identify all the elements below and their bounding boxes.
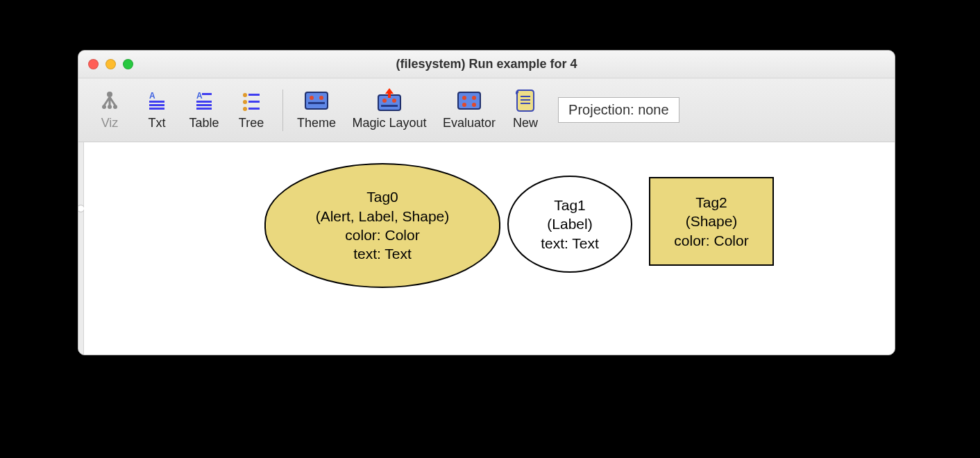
node-tag2[interactable]: Tag2 (Shape) color: Color [649,177,774,266]
svg-rect-33 [521,96,530,97]
projection-label: Projection: none [568,102,669,117]
svg-rect-19 [305,92,328,109]
tree-label: Tree [239,116,264,130]
svg-point-15 [243,107,247,111]
txt-label: Txt [149,116,166,130]
node-tag0-sub: (Alert, Label, Shape) [316,207,450,226]
magic-layout-label: Magic Layout [353,116,427,130]
toolbar-separator [282,90,283,131]
node-tag1-name: Tag1 [554,196,586,214]
svg-point-0 [107,92,112,97]
svg-rect-16 [248,94,260,96]
node-tag1[interactable]: Tag1 (Label) text: Text [507,176,632,273]
txt-button[interactable]: A Txt [135,82,178,139]
svg-rect-35 [521,103,530,104]
theme-label: Theme [297,116,336,130]
titlebar: (filesystem) Run example for 4 [78,51,895,78]
theme-button[interactable]: Theme [293,82,340,139]
tree-button[interactable]: Tree [230,82,273,139]
svg-point-24 [382,99,387,103]
table-button[interactable]: A Table [183,82,226,139]
node-tag1-line3: text: Text [541,234,599,253]
svg-point-2 [108,105,112,109]
svg-point-1 [102,105,106,109]
svg-point-32 [472,103,476,107]
projection-dropdown[interactable]: Projection: none [558,97,679,123]
svg-rect-22 [308,102,325,104]
svg-rect-5 [149,101,164,103]
svg-text:A: A [149,91,155,101]
new-icon [512,88,539,113]
svg-rect-34 [521,99,530,101]
canvas-area: Tag0 (Alert, Label, Shape) color: Color … [78,142,895,355]
svg-text:A: A [196,91,203,101]
table-icon: A [190,88,218,113]
svg-point-14 [243,100,247,104]
tree-icon [237,88,265,113]
txt-icon: A [143,88,171,113]
svg-point-20 [310,96,314,100]
svg-point-3 [113,105,117,109]
evaluator-label: Evaluator [443,116,496,130]
svg-rect-11 [196,104,212,106]
magic-layout-icon [375,88,403,113]
node-tag2-name: Tag2 [695,193,727,212]
svg-rect-9 [202,93,212,95]
svg-point-21 [319,96,323,100]
theme-icon [303,88,330,113]
node-tag0-line3: color: Color [345,226,419,244]
svg-point-13 [243,93,247,97]
node-tag0[interactable]: Tag0 (Alert, Label, Shape) color: Color … [264,163,500,288]
window-title: (filesystem) Run example for 4 [78,57,895,71]
new-label: New [513,116,538,130]
svg-rect-18 [248,108,260,110]
svg-rect-26 [381,105,398,107]
node-tag2-line3: color: Color [674,231,748,250]
table-label: Table [189,116,219,130]
svg-rect-17 [248,101,260,103]
svg-rect-6 [149,104,164,106]
svg-rect-12 [196,108,212,110]
svg-rect-7 [149,108,164,110]
canvas[interactable]: Tag0 (Alert, Label, Shape) color: Color … [84,142,895,355]
node-tag0-name: Tag0 [366,187,398,206]
svg-point-29 [462,96,466,100]
new-button[interactable]: New [504,82,547,139]
toolbar: Viz A Txt A [78,78,895,142]
app-window: (filesystem) Run example for 4 Viz A [78,50,895,355]
node-tag2-sub: (Shape) [686,212,738,230]
node-tag1-sub: (Label) [547,214,592,233]
evaluator-button[interactable]: Evaluator [439,82,500,139]
viz-label: Viz [101,116,119,130]
svg-rect-28 [458,92,480,109]
svg-point-25 [392,99,396,103]
svg-point-30 [472,96,476,100]
svg-rect-10 [196,101,212,103]
viz-button[interactable]: Viz [88,82,131,139]
evaluator-icon [455,88,483,113]
svg-point-31 [462,103,466,107]
left-gutter[interactable] [78,142,84,355]
magic-layout-button[interactable]: Magic Layout [344,82,434,139]
viz-icon [96,88,124,113]
node-tag0-line4: text: Text [353,244,412,263]
